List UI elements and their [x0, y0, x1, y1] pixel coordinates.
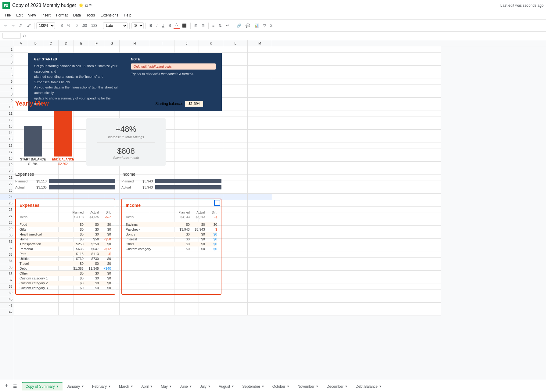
italic-button[interactable]: I — [155, 22, 159, 29]
decimal-down-button[interactable]: .0 — [73, 22, 79, 29]
cell-M17[interactable] — [248, 149, 272, 155]
wrap-button[interactable]: ↵ — [224, 22, 231, 29]
align-button[interactable]: ≡ — [210, 22, 216, 29]
cell-L39[interactable] — [223, 290, 248, 296]
cell-L8[interactable] — [223, 91, 248, 97]
redo-button[interactable]: ↪ — [10, 22, 16, 29]
cell-B41[interactable] — [28, 303, 43, 309]
menu-insert[interactable]: Insert — [39, 12, 53, 18]
cell-M19[interactable] — [248, 162, 272, 168]
cell-L2[interactable] — [223, 53, 248, 59]
print-button[interactable]: 🖨 — [17, 22, 24, 29]
menu-format[interactable]: Format — [54, 12, 70, 18]
cell-F1[interactable] — [89, 46, 104, 52]
cell-F40[interactable] — [89, 296, 104, 302]
cell-M5[interactable] — [248, 72, 272, 78]
cell-M22[interactable] — [248, 181, 272, 187]
cell-C42[interactable] — [43, 309, 59, 315]
menu-tools[interactable]: Tools — [84, 12, 97, 18]
menu-file[interactable]: File — [2, 12, 13, 18]
cell-L40[interactable] — [223, 296, 248, 302]
menu-data[interactable]: Data — [71, 12, 83, 18]
cell-M12[interactable] — [248, 117, 272, 123]
cell-A7[interactable] — [14, 85, 28, 91]
font-color-button[interactable]: A — [174, 22, 180, 29]
cell-L33[interactable] — [223, 251, 248, 257]
cell-M20[interactable] — [248, 168, 272, 174]
cell-L1[interactable] — [223, 46, 248, 52]
filter-button[interactable]: ▽ — [261, 22, 268, 29]
cell-A8[interactable] — [14, 91, 28, 97]
cell-A5[interactable] — [14, 72, 28, 78]
link-button[interactable]: 🔗 — [235, 22, 243, 29]
cell-L24[interactable] — [223, 194, 248, 200]
cell-A4[interactable] — [14, 66, 28, 72]
cell-F42[interactable] — [89, 309, 104, 315]
autosave-label[interactable]: Last edit was seconds ago — [501, 3, 544, 8]
cell-M42[interactable] — [248, 309, 272, 315]
zoom-select[interactable]: 100% — [36, 22, 55, 29]
cell-L34[interactable] — [223, 258, 248, 264]
cell-K1[interactable] — [199, 46, 223, 52]
cell-reference-input[interactable]: M24 — [2, 33, 21, 39]
grid-row-42[interactable] — [14, 309, 441, 315]
cell-L3[interactable] — [223, 59, 248, 65]
cell-M14[interactable] — [248, 130, 272, 136]
cell-J41[interactable] — [174, 303, 199, 309]
cell-L13[interactable] — [223, 123, 248, 129]
menu-extensions[interactable]: Extensions — [98, 12, 121, 18]
cell-M30[interactable] — [248, 232, 272, 238]
cell-G41[interactable] — [104, 303, 120, 309]
cell-M35[interactable] — [248, 264, 272, 270]
cell-A2[interactable] — [14, 53, 28, 59]
cell-H1[interactable] — [120, 46, 150, 52]
fill-color-button[interactable]: ⬛ — [180, 22, 189, 29]
cell-L4[interactable] — [223, 66, 248, 72]
cell-L18[interactable] — [223, 155, 248, 161]
cell-D1[interactable] — [59, 46, 74, 52]
menu-help[interactable]: Help — [121, 12, 134, 18]
cell-J42[interactable] — [174, 309, 199, 315]
cell-L30[interactable] — [223, 232, 248, 238]
cell-D42[interactable] — [59, 309, 74, 315]
cell-A1[interactable] — [14, 46, 28, 52]
borders-button[interactable]: ⊞ — [192, 22, 199, 29]
menu-view[interactable]: View — [26, 12, 38, 18]
cell-L26[interactable] — [223, 207, 248, 213]
cell-L12[interactable] — [223, 117, 248, 123]
cell-M1[interactable] — [248, 46, 272, 52]
cell-L6[interactable] — [223, 78, 248, 85]
cell-M16[interactable] — [248, 142, 272, 149]
cell-H41[interactable] — [120, 303, 150, 309]
cell-A3[interactable] — [14, 59, 28, 65]
decimal-up-button[interactable]: .00 — [80, 22, 89, 29]
cell-M37[interactable] — [248, 277, 272, 283]
cell-M40[interactable] — [248, 296, 272, 302]
percent-button[interactable]: % — [65, 22, 72, 29]
cell-L28[interactable] — [223, 219, 248, 225]
valign-button[interactable]: ⇅ — [217, 22, 224, 29]
cell-I42[interactable] — [150, 309, 174, 315]
cell-G40[interactable] — [104, 296, 120, 302]
cell-L27[interactable] — [223, 213, 248, 219]
cell-L42[interactable] — [223, 309, 248, 315]
cell-M11[interactable] — [248, 110, 272, 117]
cell-M27[interactable] — [248, 213, 272, 219]
cell-G1[interactable] — [104, 46, 120, 52]
cell-K40[interactable] — [199, 296, 223, 302]
cell-M2[interactable] — [248, 53, 272, 59]
cell-L20[interactable] — [223, 168, 248, 174]
cell-M38[interactable] — [248, 283, 272, 290]
cell-B40[interactable] — [28, 296, 43, 302]
cell-L31[interactable] — [223, 239, 248, 245]
cell-L9[interactable] — [223, 98, 248, 104]
cell-L29[interactable] — [223, 226, 248, 232]
cell-M4[interactable] — [248, 66, 272, 72]
cell-I40[interactable] — [150, 296, 174, 302]
cell-M33[interactable] — [248, 251, 272, 257]
cell-M21[interactable] — [248, 174, 272, 181]
cell-M32[interactable] — [248, 245, 272, 251]
grid-row-41[interactable] — [14, 303, 441, 309]
cell-K42[interactable] — [199, 309, 223, 315]
cell-M29[interactable] — [248, 226, 272, 232]
